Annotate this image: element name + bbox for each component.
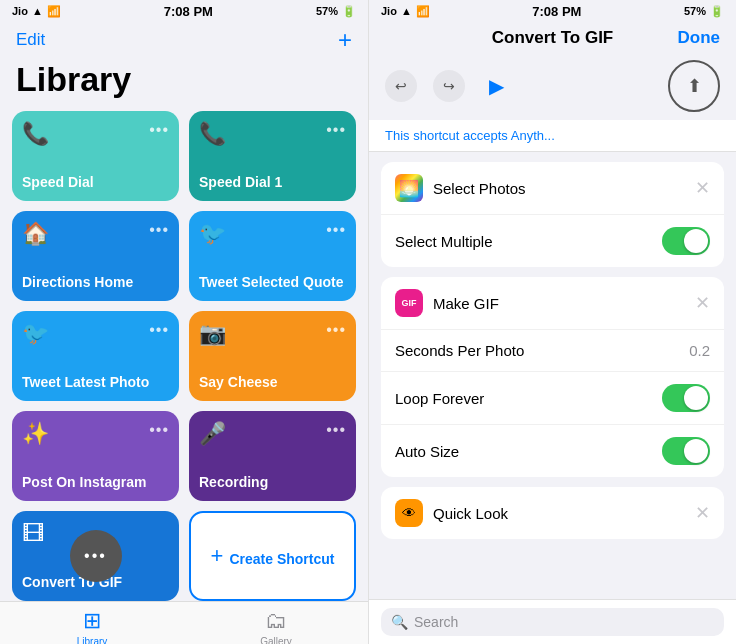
directions-home-label: Directions Home	[22, 274, 169, 291]
convert-gif-menu-button[interactable]: •••	[70, 530, 122, 582]
quick-look-close[interactable]: ✕	[695, 502, 710, 524]
select-multiple-toggle[interactable]	[662, 227, 710, 255]
twitter-icon-quote: 🐦	[199, 221, 226, 247]
mic-icon: 🎤	[199, 421, 226, 447]
select-photos-close[interactable]: ✕	[695, 177, 710, 199]
done-button[interactable]: Done	[678, 28, 721, 48]
share-button[interactable]: ⬆	[668, 60, 720, 112]
select-photos-group: 🌅 Select Photos ✕ Select Multiple	[381, 162, 724, 267]
make-gif-label: Make GIF	[433, 295, 499, 312]
seconds-per-photo-label: Seconds Per Photo	[395, 342, 524, 359]
undo-button[interactable]: ↩	[385, 70, 417, 102]
shortcut-tweet-photo[interactable]: 🐦 ••• Tweet Latest Photo	[12, 311, 179, 401]
shortcut-instagram[interactable]: ✨ ••• Post On Instagram	[12, 411, 179, 501]
tweet-quote-label: Tweet Selected Quote	[199, 274, 346, 291]
tab-library[interactable]: ⊞ Library	[0, 608, 184, 644]
auto-size-row: Auto Size	[381, 425, 724, 477]
card-menu-say-cheese[interactable]: •••	[326, 321, 346, 339]
accepts-bar: This shortcut accepts Anyth...	[369, 120, 736, 152]
card-menu-tweet-photo[interactable]: •••	[149, 321, 169, 339]
redo-button[interactable]: ↪	[433, 70, 465, 102]
instagram-label: Post On Instagram	[22, 474, 169, 491]
loop-forever-label: Loop Forever	[395, 390, 484, 407]
right-status-left: Jio ▲ 📶	[381, 5, 430, 18]
search-bar: 🔍 Search	[369, 599, 736, 644]
play-button[interactable]: ▶	[489, 74, 504, 98]
card-menu-tweet-quote[interactable]: •••	[326, 221, 346, 239]
quick-look-group: 👁 Quick Look ✕	[381, 487, 724, 539]
right-battery-icon: 🔋	[710, 5, 724, 18]
add-shortcut-button[interactable]: +	[338, 26, 352, 54]
left-status-left: Jio ▲ 📶	[12, 5, 61, 18]
shortcut-tweet-quote[interactable]: 🐦 ••• Tweet Selected Quote	[189, 211, 356, 301]
right-title: Convert To GIF	[492, 28, 614, 48]
battery-icon: 🔋	[342, 5, 356, 18]
card-menu-directions[interactable]: •••	[149, 221, 169, 239]
gallery-tab-label: Gallery	[260, 636, 292, 644]
auto-size-label: Auto Size	[395, 443, 459, 460]
seconds-per-photo-value[interactable]: 0.2	[689, 342, 710, 359]
card-menu-instagram[interactable]: •••	[149, 421, 169, 439]
shortcut-recording[interactable]: 🎤 ••• Recording	[189, 411, 356, 501]
auto-size-toggle[interactable]	[662, 437, 710, 465]
shortcut-create[interactable]: + Create Shortcut	[189, 511, 356, 601]
card-menu-recording[interactable]: •••	[326, 421, 346, 439]
photos-icon: 🌅	[395, 174, 423, 202]
select-multiple-label: Select Multiple	[395, 233, 493, 250]
loop-forever-toggle[interactable]	[662, 384, 710, 412]
shortcut-convert-gif[interactable]: 🎞 Convert To GIF •••	[12, 511, 179, 601]
create-shortcut-label: Create Shortcut	[229, 551, 334, 568]
shortcut-say-cheese[interactable]: 📷 ••• Say Cheese	[189, 311, 356, 401]
left-battery: 57%	[316, 5, 338, 17]
left-carrier: Jio	[12, 5, 28, 17]
instagram-icon: ✨	[22, 421, 49, 447]
right-time: 7:08 PM	[532, 4, 581, 19]
left-panel: Jio ▲ 📶 7:08 PM 57% 🔋 Edit + Library 📞 •…	[0, 0, 368, 644]
right-wifi-icon: 📶	[416, 5, 430, 18]
quick-look-row[interactable]: 👁 Quick Look ✕	[381, 487, 724, 539]
speed-dial-1-label: Speed Dial 1	[199, 174, 346, 191]
library-tab-label: Library	[77, 636, 108, 644]
speed-dial-label: Speed Dial	[22, 174, 169, 191]
phone-icon-1: 📞	[199, 121, 226, 147]
loop-forever-row: Loop Forever	[381, 372, 724, 425]
accepts-text: This shortcut accepts	[385, 128, 511, 143]
make-gif-row[interactable]: GIF Make GIF ✕	[381, 277, 724, 330]
tab-gallery[interactable]: 🗂 Gallery	[184, 608, 368, 644]
dots-icon: •••	[84, 547, 107, 565]
left-nav-bar: Edit +	[0, 22, 368, 60]
search-placeholder: Search	[414, 614, 458, 630]
library-title: Library	[0, 60, 368, 111]
twitter-icon-photo: 🐦	[22, 321, 49, 347]
share-icon: ⬆	[687, 75, 702, 97]
card-menu-speed-dial[interactable]: •••	[149, 121, 169, 139]
right-panel: Jio ▲ 📶 7:08 PM 57% 🔋 Convert To GIF Don…	[368, 0, 736, 644]
shortcut-speed-dial-1[interactable]: 📞 ••• Speed Dial 1	[189, 111, 356, 201]
shortcuts-grid: 📞 ••• Speed Dial 📞 ••• Speed Dial 1 🏠 ••…	[0, 111, 368, 601]
edit-button[interactable]: Edit	[16, 30, 45, 50]
select-photos-row[interactable]: 🌅 Select Photos ✕	[381, 162, 724, 215]
left-status-bar: Jio ▲ 📶 7:08 PM 57% 🔋	[0, 0, 368, 22]
make-gif-close[interactable]: ✕	[695, 292, 710, 314]
camera-icon: 📷	[199, 321, 226, 347]
wifi-icon: 📶	[47, 5, 61, 18]
film-icon: 🎞	[22, 521, 44, 547]
search-icon: 🔍	[391, 614, 408, 630]
recording-label: Recording	[199, 474, 346, 491]
left-time: 7:08 PM	[164, 4, 213, 19]
undo-icon: ↩	[395, 78, 407, 94]
redo-icon: ↪	[443, 78, 455, 94]
accepts-type: Anyth...	[511, 128, 555, 143]
shortcut-speed-dial[interactable]: 📞 ••• Speed Dial	[12, 111, 179, 201]
right-signal-icon: ▲	[401, 5, 412, 17]
home-icon: 🏠	[22, 221, 49, 247]
gallery-tab-icon: 🗂	[265, 608, 287, 634]
phone-icon: 📞	[22, 121, 49, 147]
select-photos-label: Select Photos	[433, 180, 526, 197]
say-cheese-label: Say Cheese	[199, 374, 346, 391]
right-status-bar: Jio ▲ 📶 7:08 PM 57% 🔋	[369, 0, 736, 22]
search-input-wrap[interactable]: 🔍 Search	[381, 608, 724, 636]
card-menu-speed-dial-1[interactable]: •••	[326, 121, 346, 139]
shortcut-directions-home[interactable]: 🏠 ••• Directions Home	[12, 211, 179, 301]
right-nav-bar: Convert To GIF Done	[369, 22, 736, 56]
